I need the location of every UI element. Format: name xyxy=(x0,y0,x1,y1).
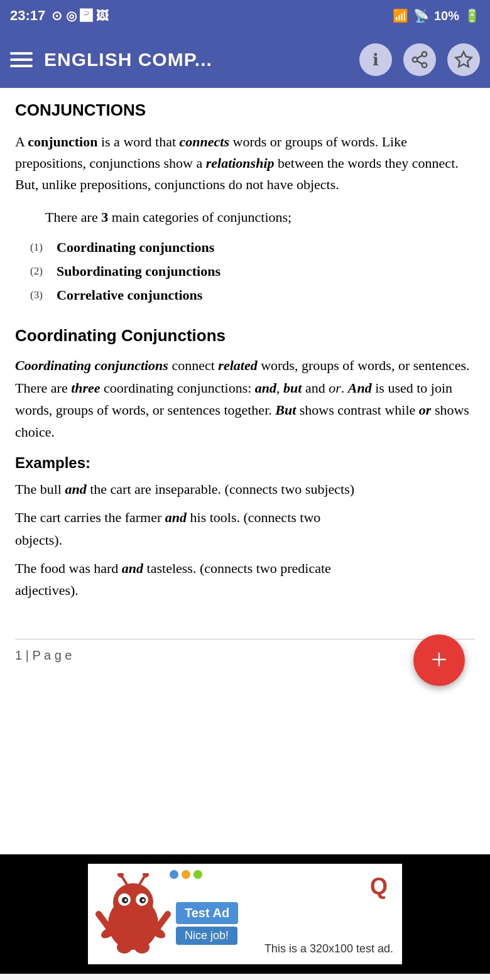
ad-dot-blue xyxy=(170,870,178,879)
menu-button[interactable] xyxy=(10,52,33,67)
svg-point-2 xyxy=(422,63,427,68)
wifi-icon: 📶 xyxy=(393,8,408,23)
info-button[interactable]: ℹ xyxy=(359,43,392,76)
main-title: CONJUNCTIONS xyxy=(15,101,475,120)
signal-icon: 📡 xyxy=(413,8,429,23)
svg-point-12 xyxy=(124,899,127,901)
svg-line-3 xyxy=(417,61,423,64)
svg-point-18 xyxy=(117,941,132,954)
body-paragraph: Coordinating conjunctions connect relate… xyxy=(15,354,475,443)
sub-title: Coordinating Conjunctions xyxy=(15,326,475,346)
ad-badge: Test Ad xyxy=(176,902,238,924)
intro-paragraph: A conjunction is a word that connects wo… xyxy=(15,131,475,195)
list-label-1: Coordinating conjunctions xyxy=(57,239,214,256)
list-item: (3) Correlative conjunctions xyxy=(30,287,475,303)
svg-marker-5 xyxy=(456,52,472,67)
example-1: The bull and the cart are inseparable. (… xyxy=(15,478,475,500)
svg-point-1 xyxy=(413,57,418,62)
svg-line-17 xyxy=(157,914,168,928)
battery-percent: 10% xyxy=(434,9,459,23)
examples-label: Examples: xyxy=(15,454,475,472)
list-num-2: (2) xyxy=(30,263,48,278)
svg-text:Q: Q xyxy=(370,873,388,899)
ad-logo: Q xyxy=(364,873,393,904)
ad-badge-sub: Nice job! xyxy=(176,927,237,945)
example-2: The cart carries the farmer and his tool… xyxy=(15,506,475,550)
bottom-nav: ||| □ ‹ xyxy=(0,974,490,980)
favorite-button[interactable] xyxy=(447,43,480,76)
ad-monster-illustration xyxy=(95,873,171,955)
ad-inner: Test Ad Nice job! Q This is a 320x100 te… xyxy=(88,864,402,964)
status-bar: 23:17 ⊙ ◎ 🅿 🖼 📶 📡 10% 🔋 xyxy=(0,0,490,31)
ad-dot-green xyxy=(193,870,202,879)
list-num-1: (1) xyxy=(30,239,48,254)
list-item: (2) Subordinating conjunctions xyxy=(30,263,475,280)
app-title: ENGLISH COMP... xyxy=(44,49,348,70)
list-num-3: (3) xyxy=(30,287,48,302)
categories-intro: There are 3 main categories of conjuncti… xyxy=(45,207,475,228)
svg-line-16 xyxy=(99,914,109,928)
ad-dot-orange xyxy=(182,870,190,879)
ad-dots xyxy=(170,870,202,879)
star-icon xyxy=(454,50,473,69)
page-indicator: 1 | P a g e xyxy=(15,639,475,663)
info-icon: ℹ xyxy=(373,50,379,70)
ad-text-block: Test Ad Nice job! xyxy=(171,883,395,945)
svg-line-4 xyxy=(417,55,423,58)
fab-plus-icon: + xyxy=(431,645,447,674)
list-item: (1) Coordinating conjunctions xyxy=(30,239,475,256)
svg-point-13 xyxy=(142,899,144,901)
share-icon xyxy=(410,50,429,69)
list-label-3: Correlative conjunctions xyxy=(57,287,202,303)
app-bar: ENGLISH COMP... ℹ xyxy=(0,31,490,88)
ad-banner[interactable]: Test Ad Nice job! Q This is a 320x100 te… xyxy=(0,854,490,974)
main-content: CONJUNCTIONS A conjunction is a word tha… xyxy=(0,88,490,842)
battery-icon: 🔋 xyxy=(464,8,480,23)
ad-subtext: This is a 320x100 test ad. xyxy=(264,942,393,956)
example-3: The food was hard and tasteless. (connec… xyxy=(15,557,475,601)
fab-button[interactable]: + xyxy=(413,634,465,686)
status-time: 23:17 xyxy=(10,8,45,24)
svg-point-0 xyxy=(422,52,427,57)
share-button[interactable] xyxy=(403,43,436,76)
svg-point-19 xyxy=(134,941,150,954)
list-label-2: Subordinating conjunctions xyxy=(57,263,220,280)
status-notification-icons: ⊙ ◎ 🅿 🖼 xyxy=(52,8,109,23)
